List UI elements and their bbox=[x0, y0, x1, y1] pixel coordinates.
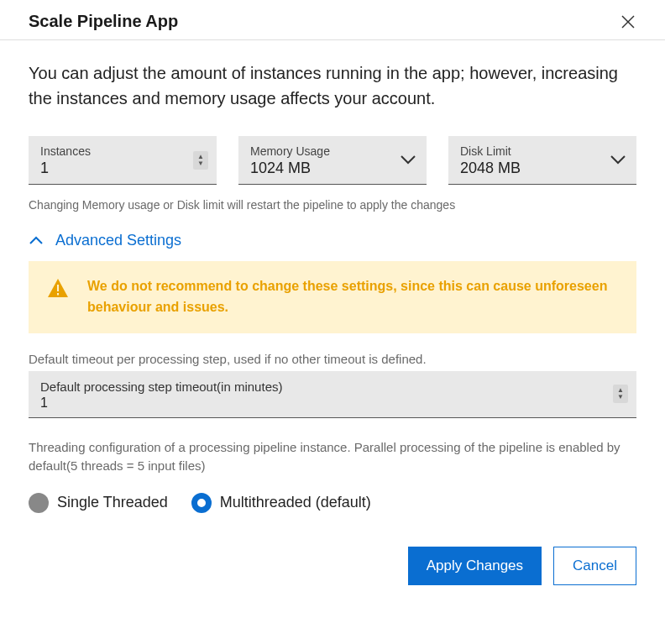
radio-selected-icon bbox=[191, 493, 212, 513]
svg-rect-3 bbox=[57, 285, 59, 291]
disk-dropdown[interactable]: Disk Limit 2048 MB bbox=[448, 136, 636, 185]
memory-dropdown[interactable]: Memory Usage 1024 MB bbox=[238, 136, 427, 185]
intro-text: You can adjust the amount of instances r… bbox=[29, 60, 636, 111]
apply-changes-button[interactable]: Apply Changes bbox=[408, 547, 542, 585]
dialog-header: Scale Pipeline App bbox=[0, 0, 665, 40]
disk-label: Disk Limit bbox=[460, 144, 625, 158]
restart-note: Changing Memory usage or Disk limit will… bbox=[29, 198, 636, 212]
radio-icon bbox=[29, 493, 49, 513]
warning-text: We do not recommend to change these sett… bbox=[87, 276, 621, 318]
instances-label: Instances bbox=[40, 144, 205, 158]
threading-radio-group: Single Threaded Multithreaded (default) bbox=[29, 493, 636, 513]
stepper-icon[interactable]: ▲▼ bbox=[613, 385, 628, 403]
advanced-settings-label: Advanced Settings bbox=[55, 232, 181, 249]
timeout-note: Default timeout per processing step, use… bbox=[29, 352, 636, 366]
warning-icon bbox=[47, 278, 69, 301]
instances-stepper[interactable]: Instances 1 ▲▼ bbox=[29, 136, 217, 185]
warning-banner: We do not recommend to change these sett… bbox=[29, 261, 636, 333]
single-threaded-radio[interactable]: Single Threaded bbox=[29, 493, 168, 513]
chevron-down-icon bbox=[610, 153, 626, 168]
memory-label: Memory Usage bbox=[250, 144, 415, 158]
cancel-button[interactable]: Cancel bbox=[553, 547, 636, 585]
resource-fields: Instances 1 ▲▼ Memory Usage 1024 MB Disk… bbox=[29, 136, 636, 185]
chevron-down-icon bbox=[400, 153, 416, 168]
dialog-title: Scale Pipeline App bbox=[29, 12, 178, 31]
multithreaded-radio[interactable]: Multithreaded (default) bbox=[191, 493, 371, 513]
dialog-footer: Apply Changes Cancel bbox=[29, 547, 636, 585]
single-threaded-label: Single Threaded bbox=[57, 494, 168, 511]
disk-value: 2048 MB bbox=[460, 160, 625, 177]
close-icon bbox=[620, 14, 636, 29]
threading-note: Threading configuration of a processing … bbox=[29, 438, 636, 476]
stepper-icon[interactable]: ▲▼ bbox=[193, 151, 208, 170]
svg-rect-4 bbox=[57, 293, 59, 296]
instances-value: 1 bbox=[40, 160, 205, 177]
timeout-label: Default processing step timeout(in minut… bbox=[40, 380, 625, 394]
chevron-up-icon bbox=[29, 233, 44, 249]
multithreaded-label: Multithreaded (default) bbox=[220, 494, 371, 511]
scale-pipeline-dialog: Scale Pipeline App You can adjust the am… bbox=[0, 0, 665, 602]
close-button[interactable] bbox=[620, 13, 636, 30]
timeout-value: 1 bbox=[40, 395, 625, 411]
dialog-body: You can adjust the amount of instances r… bbox=[0, 40, 665, 602]
timeout-stepper[interactable]: Default processing step timeout(in minut… bbox=[29, 371, 636, 418]
memory-value: 1024 MB bbox=[250, 160, 415, 177]
advanced-settings-toggle[interactable]: Advanced Settings bbox=[29, 232, 636, 249]
